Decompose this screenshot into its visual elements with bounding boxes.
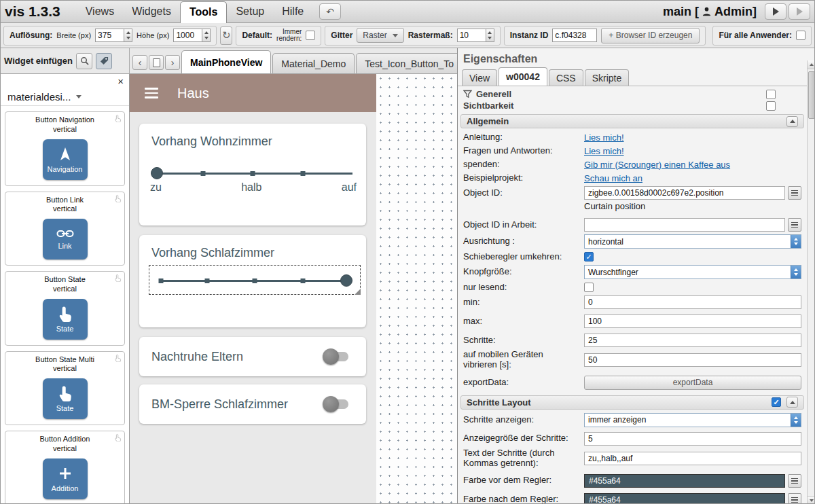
widget-set-selector[interactable]: materialdesi...: [1, 88, 129, 106]
hamburger-menu-icon[interactable]: [145, 88, 158, 98]
umkehren-checkbox[interactable]: ✓: [584, 252, 594, 262]
grid-size-input[interactable]: 10: [457, 29, 486, 42]
menu-views[interactable]: Views: [77, 1, 123, 22]
vibrieren-input[interactable]: 50: [584, 353, 801, 367]
section-schritte-layout-header[interactable]: Schritte Layout ✓: [460, 395, 804, 410]
schritte-text-input[interactable]: zu,,halb,,auf: [584, 452, 801, 465]
menu-widgets[interactable]: Widgets: [123, 1, 180, 22]
scrollbar-thumb[interactable]: [808, 71, 815, 119]
grid-canvas-area[interactable]: [376, 74, 457, 504]
view-tab-test-icon-button[interactable]: Test_Icon_Button_To: [356, 53, 457, 73]
schritte-anzeigen-select[interactable]: immer anzeigen: [584, 413, 801, 427]
select-id-button[interactable]: [788, 218, 801, 232]
nur-lesend-checkbox[interactable]: [584, 283, 594, 292]
schritte-layout-checkbox[interactable]: ✓: [772, 397, 781, 407]
slider-knob[interactable]: [340, 274, 352, 287]
max-input[interactable]: 100: [584, 314, 801, 328]
menu-hilfe[interactable]: Hilfe: [273, 1, 312, 22]
select-spinner[interactable]: [791, 266, 801, 278]
state-multi-widget-preview[interactable]: State: [43, 378, 88, 419]
all-users-checkbox[interactable]: [796, 31, 805, 40]
properties-scrollbar[interactable]: [807, 60, 815, 504]
tab-view[interactable]: View: [462, 69, 497, 86]
browser-id-button[interactable]: + Browser ID erzeugen: [601, 28, 700, 43]
toggle-switch-off[interactable]: [325, 352, 348, 361]
view-tab-mainphoneview[interactable]: MainPhoneView: [181, 50, 271, 73]
toggle-widget-nachtruhe[interactable]: Nachtruhe Eltern: [139, 337, 366, 376]
palette-widget-button-navigation[interactable]: Button Navigation vertical Navigation: [5, 111, 125, 186]
selection-outline[interactable]: [149, 265, 361, 295]
addition-widget-preview[interactable]: Addition: [43, 458, 88, 499]
view-page-button[interactable]: [149, 55, 164, 70]
slider-knob[interactable]: [151, 167, 163, 179]
run-button[interactable]: [765, 3, 786, 20]
palette-widget-button-link[interactable]: Button Link vertical Link: [5, 192, 125, 266]
apply-resolution-button[interactable]: ↻: [220, 26, 232, 45]
collapse-button[interactable]: [786, 397, 798, 408]
scroll-down-button[interactable]: [808, 496, 815, 504]
section-allgemein-header[interactable]: Allgemein: [460, 114, 804, 128]
view-tab-material-demo[interactable]: Material_Demo: [272, 53, 355, 73]
color-picker-button[interactable]: [788, 474, 801, 488]
section-generell[interactable]: Generell: [458, 86, 807, 101]
ausrichtung-select[interactable]: horizontal: [584, 234, 801, 249]
tab-widget-w00042[interactable]: w00042: [499, 67, 547, 86]
beispiel-link[interactable]: Schau mich an: [584, 173, 642, 183]
link-widget-preview[interactable]: Link: [43, 219, 88, 259]
slider-widget-wohnzimmer[interactable]: Vorhang Wohnzimmer zu halb auf: [139, 124, 366, 226]
undo-button[interactable]: ↶: [319, 3, 341, 20]
slider-widget-schlafzimmer-selected[interactable]: Vorhang Schlafzimmer: [139, 235, 366, 327]
tab-forward-button[interactable]: ›: [165, 55, 180, 70]
navigation-widget-preview[interactable]: Navigation: [43, 139, 88, 180]
exportdata-button[interactable]: exportData: [584, 376, 801, 390]
curtain-slider[interactable]: [153, 166, 352, 180]
tab-back-button[interactable]: ‹: [132, 55, 147, 70]
collapse-button[interactable]: [786, 116, 798, 127]
palette-widget-button-addition[interactable]: Button Addition vertical Addition: [5, 431, 125, 504]
scroll-up-button[interactable]: [808, 60, 815, 69]
select-spinner[interactable]: [791, 235, 801, 248]
curtain-slider[interactable]: [159, 274, 350, 287]
section-sichtbarkeit[interactable]: Sichtbarkeit: [458, 101, 807, 112]
toggle-widget-bm-sperre[interactable]: BM-Sperre Schlafzimmer: [139, 384, 366, 424]
sichtbarkeit-checkbox[interactable]: [766, 101, 776, 111]
farbe-nach-input[interactable]: #455a64: [584, 493, 785, 504]
width-spinner[interactable]: [124, 29, 132, 42]
grid-mode-dropdown[interactable]: Raster: [357, 28, 403, 43]
object-id-input[interactable]: zigbee.0.00158d0002c697e2.position: [584, 186, 785, 200]
height-spinner[interactable]: [202, 29, 211, 42]
toggle-switch-off[interactable]: [325, 399, 348, 409]
faq-link[interactable]: Lies mich!: [584, 146, 624, 156]
object-id-work-input[interactable]: [584, 218, 785, 232]
instance-input[interactable]: c.f04328: [552, 29, 597, 42]
knopfgroesse-select[interactable]: Wurschtfinger: [584, 265, 801, 279]
resize-handle[interactable]: [355, 289, 361, 295]
widget-tag-button[interactable]: [96, 53, 112, 69]
run-secondary-button[interactable]: [789, 3, 810, 20]
select-id-button[interactable]: [788, 186, 801, 200]
widget-search-button[interactable]: [76, 53, 92, 69]
palette-widget-button-state[interactable]: Button State vertical State: [5, 271, 125, 346]
width-input[interactable]: 375: [95, 29, 124, 42]
grid-size-spinner[interactable]: [486, 29, 494, 42]
state-widget-preview[interactable]: State: [43, 299, 88, 340]
schritte-input[interactable]: 25: [584, 334, 801, 347]
tab-css[interactable]: CSS: [549, 69, 583, 86]
min-input[interactable]: 0: [584, 295, 801, 309]
tab-skripte[interactable]: Skripte: [585, 69, 630, 86]
palette-widget-button-state-multi[interactable]: Button State Multi vertical State: [5, 351, 125, 426]
menu-setup[interactable]: Setup: [227, 1, 273, 22]
anzeigegroesse-input[interactable]: 5: [584, 432, 801, 446]
menu-tools[interactable]: Tools: [180, 1, 227, 24]
always-render-checkbox[interactable]: [306, 31, 315, 40]
color-picker-button[interactable]: [788, 493, 801, 504]
close-icon[interactable]: ×: [117, 76, 124, 86]
spenden-link[interactable]: Gib mir (Scrounger) einen Kaffee aus: [584, 160, 730, 170]
farbe-vor-input[interactable]: #455a64: [584, 474, 785, 488]
anleitung-link[interactable]: Lies mich!: [584, 132, 624, 143]
slider-step-tick: [300, 278, 305, 283]
view-canvas[interactable]: Haus Vorhang Wohnzimmer zu halb auf Vorh…: [130, 74, 376, 504]
select-spinner[interactable]: [791, 414, 801, 427]
generell-checkbox[interactable]: [766, 90, 776, 99]
height-input[interactable]: 1000: [173, 29, 202, 42]
